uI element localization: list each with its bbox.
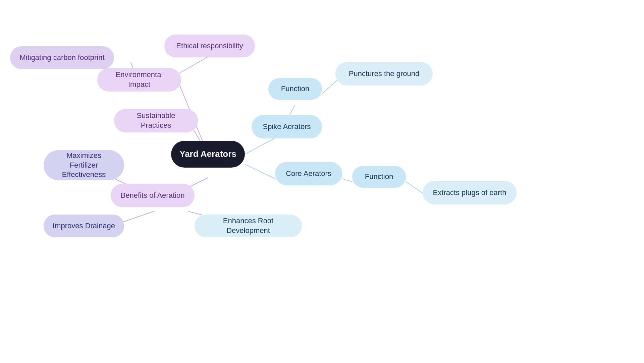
svg-line-3 xyxy=(322,79,339,94)
svg-line-4 xyxy=(342,179,352,182)
mitigating-carbon-node: Mitigating carbon footprint xyxy=(10,46,114,69)
center-node: Yard Aerators xyxy=(171,141,245,168)
benefits-aeration-node: Benefits of Aeration xyxy=(111,184,195,207)
function-spike-node: Function xyxy=(268,78,322,100)
punctures-node: Punctures the ground xyxy=(335,62,433,85)
sustainable-practices-node: Sustainable Practices xyxy=(114,109,198,132)
extracts-node: Extracts plugs of earth xyxy=(423,181,517,204)
environmental-impact-node: Environmental Impact xyxy=(97,68,181,92)
svg-line-1 xyxy=(245,164,275,179)
svg-line-10 xyxy=(188,178,208,188)
maximizes-fertilizer-node: Maximizes Fertilizer Effectiveness xyxy=(44,150,124,180)
core-aerators-node: Core Aerators xyxy=(275,162,342,185)
function-core-node: Function xyxy=(352,166,406,188)
root-development-node: Enhances Root Development xyxy=(195,215,302,237)
spike-aerators-node: Spike Aerators xyxy=(252,115,322,138)
ethical-responsibility-node: Ethical responsibility xyxy=(164,35,255,57)
improves-drainage-node: Improves Drainage xyxy=(44,215,124,237)
